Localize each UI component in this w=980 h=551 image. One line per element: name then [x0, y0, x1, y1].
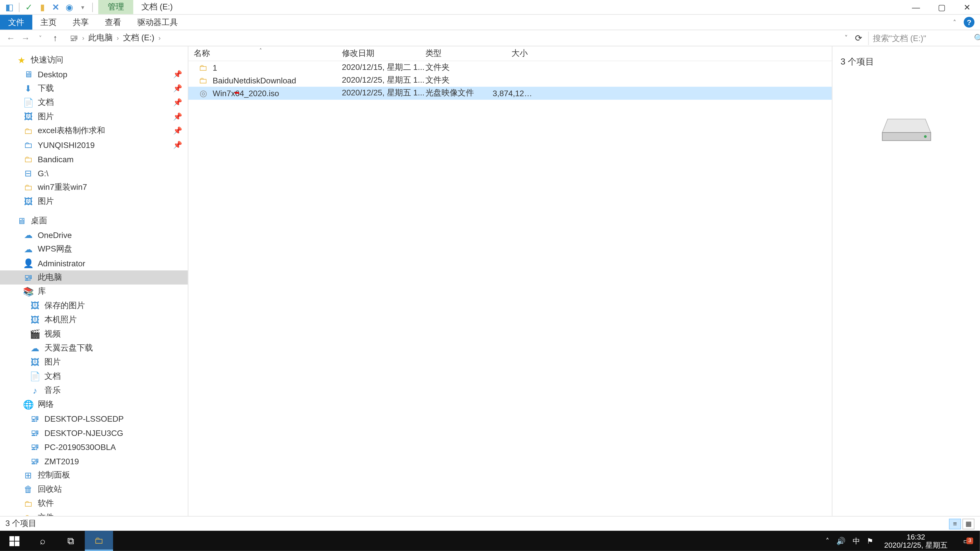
chevron-right-icon[interactable]: › [82, 34, 84, 41]
nav-item-视频[interactable]: 🎬视频 [0, 327, 188, 341]
nav-item-label: win7重装win7 [38, 182, 87, 193]
address-dropdown-icon[interactable]: ˅ [842, 34, 851, 41]
nav-item-软件[interactable]: 🗀软件 [0, 496, 188, 510]
link-icon[interactable]: ◉ [64, 2, 75, 13]
breadcrumb-bar[interactable]: 🖳 › 此电脑 › 文档 (E:) › [65, 32, 839, 45]
nav-item-label: 回收站 [38, 484, 62, 495]
music-icon: ♪ [30, 385, 40, 396]
file-explorer-taskbar-button[interactable]: 🗀 [85, 531, 113, 551]
nav-item-G:\[interactable]: ⊟G:\ [0, 166, 188, 180]
nav-item-ZMT2019[interactable]: 🖳ZMT2019 [0, 454, 188, 468]
details-view-button[interactable]: ≡ [949, 518, 961, 529]
nav-item-WPS网盘[interactable]: ☁WPS网盘 [0, 242, 188, 256]
search-box[interactable]: 🔍 [868, 32, 976, 45]
search-button[interactable]: ⌕ [28, 531, 57, 551]
task-view-button[interactable]: ⧉ [57, 531, 85, 551]
nav-item-图片[interactable]: 🖼图片 [0, 355, 188, 369]
nav-item-文档[interactable]: 📄文档 [0, 369, 188, 383]
nav-item-DESKTOP-LSSOEDP[interactable]: 🖳DESKTOP-LSSOEDP [0, 412, 188, 426]
close-x-icon[interactable]: ✕ [51, 2, 61, 13]
nav-item-本机照片[interactable]: 🖼本机照片 [0, 313, 188, 327]
file-row[interactable]: 🗀12020/12/15, 星期二 1...文件夹 [188, 61, 832, 74]
clock[interactable]: 16:32 2020/12/25, 星期五 [880, 533, 952, 549]
nav-item-下载[interactable]: ⬇下载📌 [0, 81, 188, 95]
start-button[interactable] [0, 531, 28, 551]
nav-item-Administrator[interactable]: 👤Administrator [0, 256, 188, 270]
tray-overflow-icon[interactable]: ˄ [826, 537, 830, 545]
nav-item-Bandicam[interactable]: 🗀Bandicam [0, 152, 188, 166]
nav-item-label: Desktop [38, 70, 67, 79]
minimize-button[interactable]: — [903, 0, 929, 14]
nav-item-Desktop[interactable]: 🖥Desktop📌 [0, 67, 188, 81]
qat-dropdown-icon[interactable]: ▾ [77, 2, 88, 13]
nav-item-label: 网络 [38, 399, 54, 410]
nav-item-回收站[interactable]: 🗑回收站 [0, 483, 188, 496]
nav-item-DESKTOP-NJEU3CG[interactable]: 🖳DESKTOP-NJEU3CG [0, 426, 188, 440]
ribbon-tab-view[interactable]: 查看 [97, 15, 129, 30]
folder-icon[interactable]: ▮ [37, 2, 48, 13]
breadcrumb-this-pc[interactable]: 此电脑 [86, 32, 115, 44]
nav-item-YUNQISHI2019[interactable]: 🗀YUNQISHI2019📌 [0, 138, 188, 152]
file-row[interactable]: 🗀BaiduNetdiskDownload2020/12/25, 星期五 1..… [188, 74, 832, 87]
recent-dropdown-icon[interactable]: ˅ [34, 32, 47, 45]
nav-item-文档[interactable]: 📄文档📌 [0, 95, 188, 110]
nav-item-excel表格制作求和[interactable]: 🗀excel表格制作求和📌 [0, 124, 188, 138]
svg-point-2 [924, 135, 926, 138]
ribbon-tab-drive-tools[interactable]: 驱动器工具 [129, 15, 186, 30]
user-icon: 👤 [23, 258, 34, 268]
chevron-right-icon[interactable]: › [159, 34, 161, 41]
close-button[interactable]: ✕ [954, 0, 980, 14]
nav-item-控制面板[interactable]: ⊞控制面板 [0, 468, 188, 482]
check-icon[interactable]: ✓ [24, 2, 34, 13]
folder-icon: 🗀 [23, 182, 34, 192]
nav-item-label: Bandicam [38, 154, 74, 164]
ribbon-tab-share[interactable]: 共享 [65, 15, 97, 30]
title-bar: ◧ ✓ ▮ ✕ ◉ ▾ 管理 文档 (E:) — ▢ ✕ [0, 0, 980, 15]
nav-item-天翼云盘下载[interactable]: ☁天翼云盘下载 [0, 341, 188, 355]
back-button[interactable]: ← [4, 32, 18, 45]
nav-item-快速访问[interactable]: ★快速访问 [0, 53, 188, 67]
nav-item-label: excel表格制作求和 [38, 125, 105, 137]
star-icon: ★ [16, 55, 27, 65]
window-controls: — ▢ ✕ [903, 0, 980, 14]
column-header-size[interactable]: 大小 [487, 48, 533, 59]
file-row[interactable]: ◎Win7x64_2020.iso2020/12/25, 星期五 1...光盘映… [188, 87, 832, 100]
column-header-name[interactable]: 名称 ˄ [188, 48, 336, 59]
chevron-right-icon[interactable]: › [117, 34, 119, 41]
nav-item-label: 本机照片 [45, 314, 77, 326]
column-header-type[interactable]: 类型 [420, 48, 487, 59]
navigation-pane[interactable]: ★快速访问🖥Desktop📌⬇下载📌📄文档📌🖼图片📌🗀excel表格制作求和📌🗀… [0, 46, 188, 516]
refresh-icon[interactable]: ⟳ [852, 32, 865, 45]
breadcrumb-documents-e[interactable]: 文档 (E:) [120, 32, 157, 44]
ribbon-tab-file[interactable]: 文件 [0, 15, 32, 30]
ime-indicator[interactable]: 中 [853, 536, 860, 546]
nav-item-图片[interactable]: 🖼图片 [0, 194, 188, 208]
window-title: 文档 (E:) [133, 0, 181, 14]
nav-item-文件[interactable]: 🗀文件 [0, 510, 188, 516]
contextual-tab-manage[interactable]: 管理 [98, 0, 133, 14]
ribbon-tab-home[interactable]: 主页 [32, 15, 65, 30]
search-input[interactable] [873, 33, 974, 43]
up-button[interactable]: ↑ [48, 32, 62, 45]
ribbon-collapse-icon[interactable]: ˄ [953, 19, 961, 26]
nav-item-桌面[interactable]: 🖥桌面 [0, 214, 188, 228]
action-center-button[interactable]: ▭ 3 [958, 537, 974, 545]
search-icon[interactable]: 🔍 [974, 33, 980, 43]
column-header-date[interactable]: 修改日期 [337, 48, 420, 59]
nav-item-库[interactable]: 📚库 [0, 284, 188, 299]
nav-item-网络[interactable]: 🌐网络 [0, 397, 188, 411]
maximize-button[interactable]: ▢ [929, 0, 954, 14]
nav-item-此电脑[interactable]: 🖳此电脑 [0, 270, 188, 284]
nav-item-图片[interactable]: 🖼图片📌 [0, 110, 188, 124]
icons-view-button[interactable]: ▦ [963, 518, 974, 529]
volume-icon[interactable]: 🔊 [836, 537, 846, 545]
nav-item-PC-20190530OBLA[interactable]: 🖳PC-20190530OBLA [0, 440, 188, 454]
nav-item-OneDrive[interactable]: ☁OneDrive [0, 228, 188, 242]
nav-item-label: 音乐 [45, 385, 60, 396]
forward-button[interactable]: → [19, 32, 32, 45]
help-icon[interactable]: ? [964, 17, 974, 27]
security-icon[interactable]: ⚑ [867, 537, 873, 545]
nav-item-win7重装win7[interactable]: 🗀win7重装win7 [0, 180, 188, 194]
nav-item-保存的图片[interactable]: 🖼保存的图片 [0, 299, 188, 313]
nav-item-音乐[interactable]: ♪音乐 [0, 383, 188, 397]
